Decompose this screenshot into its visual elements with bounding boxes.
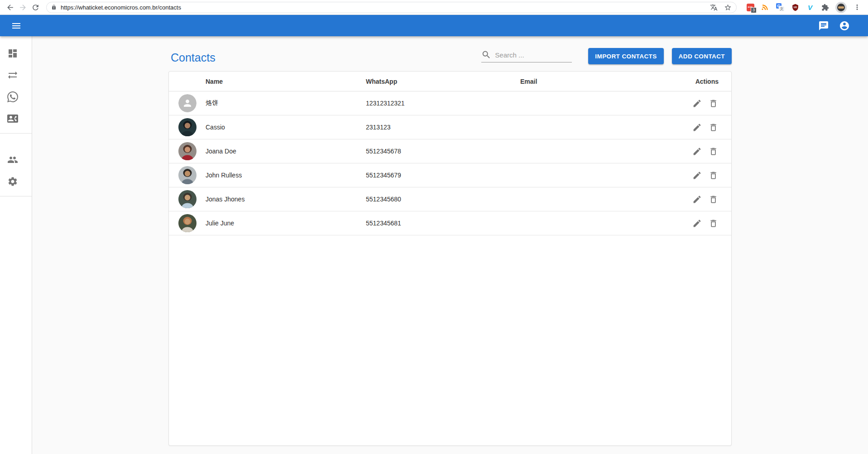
back-icon — [6, 3, 14, 12]
edit-pencil-icon — [692, 147, 702, 156]
lock-icon — [51, 5, 57, 10]
table-row: Cassio 2313123 — [169, 115, 731, 139]
vimeo-extension-icon[interactable]: V — [806, 3, 815, 12]
bookmark-star-icon[interactable] — [724, 4, 732, 11]
table-row: Julie June 5512345681 — [169, 211, 731, 235]
sidebar-divider — [0, 196, 32, 196]
chat-icon — [818, 20, 829, 31]
menu-icon — [11, 20, 22, 31]
url-text: https://whaticket.economicros.com.br/con… — [61, 4, 710, 11]
reload-icon — [31, 3, 40, 12]
import-contacts-button[interactable]: IMPORT CONTACTS — [588, 48, 663, 64]
search-input[interactable] — [495, 51, 567, 59]
table-row: Jonas Jhones 5512345680 — [169, 187, 731, 211]
edit-pencil-icon — [692, 195, 702, 204]
sidebar-item-users[interactable] — [0, 149, 32, 171]
table-body: 烙饼 12312312321 Cassio 2313123 Joana Do — [169, 91, 731, 235]
browser-reload-button[interactable] — [29, 1, 42, 14]
contact-avatar — [178, 94, 197, 112]
contact-name: Cassio — [206, 124, 366, 131]
edit-contact-button[interactable] — [691, 169, 703, 182]
header-name: Name — [206, 78, 366, 85]
menu-button[interactable] — [7, 17, 25, 35]
delete-contact-button[interactable] — [707, 169, 719, 182]
contact-whatsapp: 5512345680 — [366, 196, 520, 203]
table-header: Name WhatsApp Email Actions — [169, 72, 731, 91]
edit-pencil-icon — [692, 171, 702, 180]
contacts-card: Name WhatsApp Email Actions 烙饼 123123123… — [168, 71, 732, 446]
browser-toolbar: https://whaticket.economicros.com.br/con… — [0, 0, 868, 15]
whatsapp-icon — [7, 91, 18, 102]
sidebar-item-dashboard[interactable] — [0, 43, 32, 64]
delete-trash-icon — [709, 99, 718, 108]
delete-trash-icon — [709, 123, 718, 132]
main-content: Contacts IMPORT CONTACTS ADD CONTACT Nam… — [32, 36, 868, 454]
contact-whatsapp: 5512345679 — [366, 172, 520, 179]
contact-avatar — [178, 118, 197, 136]
delete-contact-button[interactable] — [707, 97, 719, 110]
account-button[interactable] — [835, 17, 854, 35]
search-box — [481, 50, 572, 62]
contact-avatar — [178, 190, 197, 208]
header-actions: Actions — [657, 78, 731, 85]
delete-contact-button[interactable] — [707, 121, 719, 134]
delete-trash-icon — [709, 147, 718, 156]
dashboard-icon — [7, 48, 18, 59]
sidebar-item-contacts[interactable] — [0, 108, 32, 129]
rss-extension-icon[interactable] — [761, 3, 770, 12]
header-whatsapp: WhatsApp — [366, 78, 520, 85]
extension-area: ••• 3 G文 UO V — [741, 2, 864, 13]
edit-contact-button[interactable] — [691, 217, 703, 229]
search-icon — [481, 50, 491, 60]
table-row: 烙饼 12312312321 — [169, 91, 731, 115]
contact-whatsapp: 5512345681 — [366, 220, 520, 227]
delete-contact-button[interactable] — [707, 145, 719, 158]
contact-whatsapp: 12312312321 — [366, 100, 520, 107]
sidebar-item-settings[interactable] — [0, 171, 32, 192]
ublock-extension-icon[interactable]: UO — [791, 3, 800, 12]
contact-avatar — [178, 214, 197, 232]
page-title: Contacts — [168, 51, 216, 64]
contact-name: Joana Doe — [206, 148, 366, 155]
contact-name: Julie June — [206, 220, 366, 227]
contact-avatar — [178, 142, 197, 160]
profile-ninja-avatar[interactable] — [835, 2, 847, 13]
translate-extension-icon[interactable]: G文 — [776, 3, 785, 12]
edit-contact-button[interactable] — [691, 121, 703, 134]
people-icon — [7, 154, 18, 165]
browser-back-button[interactable] — [4, 1, 16, 14]
edit-pencil-icon — [692, 99, 702, 108]
delete-contact-button[interactable] — [707, 217, 719, 229]
app-bar — [0, 15, 868, 36]
translate-page-icon[interactable] — [710, 4, 718, 11]
edit-contact-button[interactable] — [691, 193, 703, 205]
account-circle-icon — [839, 20, 850, 31]
puzzle-extension-icon[interactable] — [820, 3, 830, 12]
contact-whatsapp: 5512345678 — [366, 148, 520, 155]
browser-forward-button[interactable] — [16, 1, 29, 14]
address-bar[interactable]: https://whaticket.economicros.com.br/con… — [46, 2, 737, 13]
edit-contact-button[interactable] — [691, 97, 703, 110]
contact-name: 烙饼 — [206, 99, 366, 107]
edit-pencil-icon — [692, 123, 702, 132]
forward-icon — [19, 3, 27, 12]
table-row: John Rulless 5512345679 — [169, 163, 731, 187]
contact-book-icon — [7, 113, 18, 124]
browser-menu-icon[interactable] — [853, 3, 862, 12]
svg-text:UO: UO — [793, 6, 797, 8]
red-dots-extension-icon[interactable]: ••• 3 — [746, 3, 755, 12]
header-email: Email — [520, 78, 657, 85]
delete-trash-icon — [709, 171, 718, 180]
table-row: Joana Doe 5512345678 — [169, 139, 731, 163]
edit-contact-button[interactable] — [691, 145, 703, 158]
messages-button[interactable] — [815, 17, 833, 35]
sidebar-item-connections[interactable] — [0, 64, 32, 86]
contact-name: Jonas Jhones — [206, 196, 366, 203]
delete-trash-icon — [709, 195, 718, 204]
contact-whatsapp: 2313123 — [366, 124, 520, 131]
swap-horizontal-icon — [7, 70, 18, 81]
add-contact-button[interactable]: ADD CONTACT — [672, 48, 732, 64]
settings-icon — [7, 176, 18, 187]
delete-contact-button[interactable] — [707, 193, 719, 205]
sidebar-item-tickets[interactable] — [0, 86, 32, 108]
